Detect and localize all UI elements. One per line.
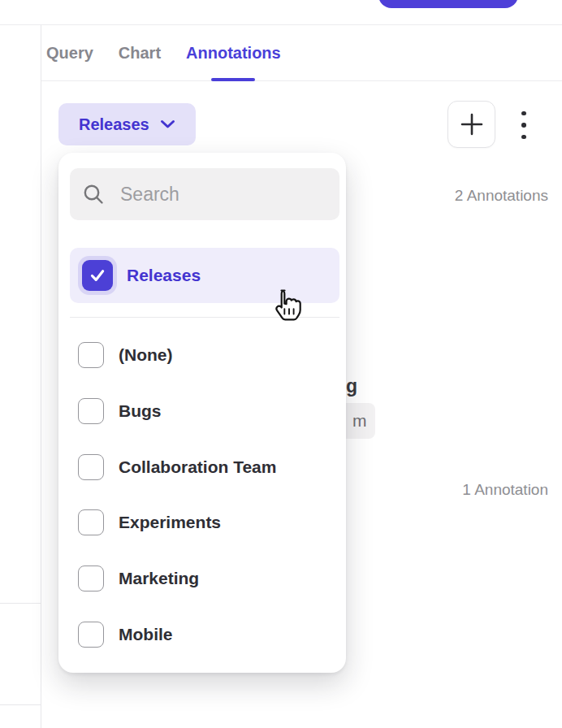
primary-action-button[interactable]	[378, 0, 518, 8]
dropdown-divider	[70, 317, 339, 318]
checkbox-unchecked[interactable]	[78, 566, 104, 592]
tab-annotations[interactable]: Annotations	[186, 25, 281, 80]
annotation-count-bottom: 1 Annotation	[462, 481, 548, 499]
annotation-filter-dropdown: Releases (None) Bugs Collaboration Team …	[58, 153, 346, 673]
plus-icon	[460, 113, 483, 136]
option-none[interactable]: (None)	[70, 327, 339, 384]
option-releases[interactable]: Releases	[70, 248, 339, 303]
tab-annotations-label: Annotations	[186, 44, 281, 63]
chevron-down-icon	[160, 119, 175, 129]
tab-chart-label: Chart	[119, 44, 161, 63]
left-rail-divider	[0, 603, 41, 604]
option-label: (None)	[119, 345, 173, 365]
occluded-text-fragment: g	[346, 375, 357, 397]
kebab-dot	[521, 135, 526, 140]
left-rail-divider	[0, 704, 41, 705]
tab-query[interactable]: Query	[46, 25, 93, 80]
tab-chart[interactable]: Chart	[119, 25, 161, 80]
option-experiments[interactable]: Experiments	[70, 495, 339, 551]
checkbox-unchecked[interactable]	[78, 398, 104, 424]
tab-query-label: Query	[46, 44, 93, 63]
checkbox-unchecked[interactable]	[78, 454, 104, 480]
occluded-tag-text: m	[352, 411, 367, 431]
option-marketing[interactable]: Marketing	[70, 551, 339, 607]
releases-filter-label: Releases	[79, 115, 149, 134]
tab-bar: Query Chart Annotations	[41, 25, 562, 81]
option-collaboration-team[interactable]: Collaboration Team	[70, 439, 339, 495]
checkbox-unchecked[interactable]	[78, 509, 104, 535]
option-label: Mobile	[119, 625, 173, 644]
kebab-menu-icon[interactable]	[513, 106, 534, 144]
option-label: Marketing	[119, 569, 199, 588]
left-rail-border	[41, 25, 41, 728]
checkbox-unchecked[interactable]	[78, 622, 104, 648]
annotation-count-top: 2 Annotations	[455, 187, 548, 205]
active-tab-underline	[211, 78, 255, 81]
kebab-dot	[521, 123, 526, 128]
option-mobile[interactable]: Mobile	[70, 606, 339, 662]
search-input[interactable]	[120, 184, 328, 206]
option-label: Collaboration Team	[119, 457, 276, 477]
option-bugs[interactable]: Bugs	[70, 384, 339, 440]
checkbox-checked[interactable]	[82, 260, 113, 291]
kebab-dot	[521, 111, 526, 116]
option-label: Bugs	[119, 401, 162, 421]
check-icon	[89, 266, 106, 284]
option-label: Experiments	[119, 513, 221, 532]
add-annotation-button[interactable]	[447, 101, 495, 148]
annotation-type-list: (None) Bugs Collaboration Team Experimen…	[70, 327, 339, 662]
search-icon	[81, 182, 106, 206]
option-label: Releases	[127, 266, 201, 285]
search-box	[70, 168, 339, 220]
checkbox-unchecked[interactable]	[78, 342, 104, 368]
releases-filter-button[interactable]: Releases	[58, 103, 196, 145]
